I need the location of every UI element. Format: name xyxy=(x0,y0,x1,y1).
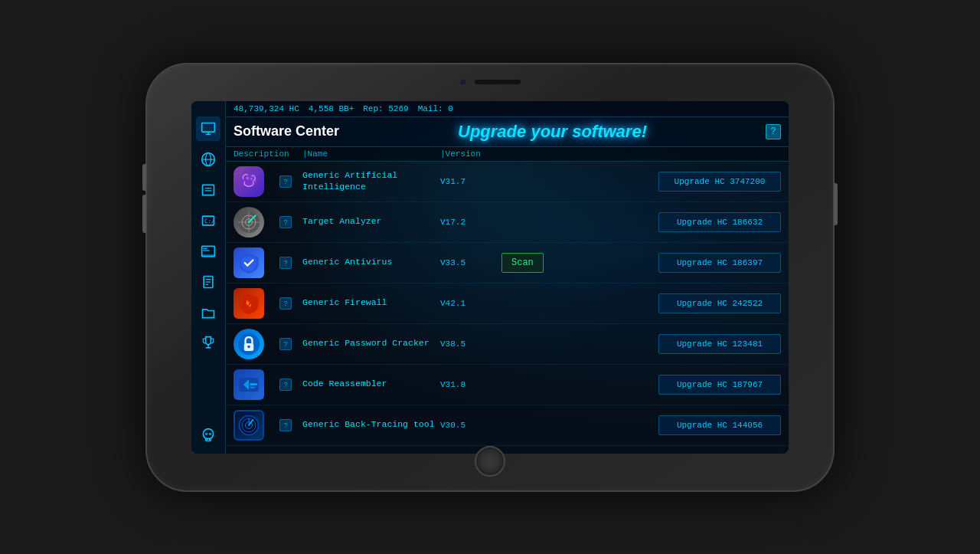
taskbar-icon xyxy=(201,244,216,259)
table-row: ? Generic Password Cracker V38.5 Upgrade… xyxy=(226,324,789,365)
folder-icon xyxy=(201,305,216,320)
table-row: ? Generic Back-Tracing tool V30.5 Upgrad… xyxy=(226,405,789,446)
software-icon-target xyxy=(234,207,264,238)
upgrade-button-antivirus[interactable]: Upgrade HC 186397 xyxy=(658,253,781,273)
info-button-target[interactable]: ? xyxy=(279,216,292,228)
svg-point-28 xyxy=(246,176,249,179)
hc-balance: 48,739,324 HC xyxy=(234,104,299,113)
software-icon-trace xyxy=(234,410,264,441)
sidebar-item-taskbar[interactable] xyxy=(196,239,220,264)
main-content: 48,739,324 HC 4,558 BB+ Rep: 5269 Mail: … xyxy=(226,101,789,454)
svg-rect-13 xyxy=(203,247,207,248)
software-version-antivirus: V33.5 xyxy=(440,258,501,267)
software-icon-antivirus xyxy=(234,247,264,278)
sidebar-item-skull[interactable] xyxy=(196,423,220,447)
terminal-icon: C:/ xyxy=(201,213,216,228)
volume-up-button[interactable] xyxy=(142,164,146,191)
sidebar-item-notes[interactable] xyxy=(196,270,220,294)
software-name-target: Target Analyzer xyxy=(302,216,440,228)
power-button[interactable] xyxy=(834,183,838,225)
info-button-reassembler[interactable]: ? xyxy=(279,379,292,391)
svg-point-26 xyxy=(209,432,211,434)
software-list: ? Generic Artificial Intelligence V31.7 … xyxy=(226,162,789,454)
svg-point-37 xyxy=(247,345,250,348)
info-button-trace[interactable]: ? xyxy=(279,419,292,431)
software-version-reassembler: V31.8 xyxy=(440,380,501,389)
software-name-firewall: Generic Firewall xyxy=(302,297,440,309)
table-row: ? Generic Antivirus V33.5 Scan Upgrade H… xyxy=(226,243,789,284)
notes-icon xyxy=(201,274,216,290)
upgrade-button-target[interactable]: Upgrade HC 186632 xyxy=(658,212,781,232)
sidebar-item-monitor[interactable] xyxy=(196,116,220,141)
svg-point-21 xyxy=(203,428,213,438)
speaker-slot xyxy=(475,80,521,84)
svg-point-25 xyxy=(205,432,207,434)
software-icon-firewall xyxy=(234,288,264,319)
col-description: Description xyxy=(234,149,279,159)
upgrade-button-password[interactable]: Upgrade HC 123481 xyxy=(658,334,781,354)
software-name-ai: Generic Artificial Intelligence xyxy=(302,170,440,193)
info-button-firewall[interactable]: ? xyxy=(279,297,292,310)
upgrade-banner: Upgrade your software! xyxy=(458,122,647,142)
scan-button[interactable]: Scan xyxy=(501,253,544,273)
svg-rect-6 xyxy=(203,185,214,195)
software-version-ai: V31.7 xyxy=(440,177,501,186)
upgrade-button-trace[interactable]: Upgrade HC 144056 xyxy=(658,415,781,435)
info-button-ai[interactable]: ? xyxy=(279,175,292,188)
software-name-reassembler: Code Reassembler xyxy=(302,379,440,390)
sidebar: C:/ xyxy=(191,101,226,454)
svg-rect-0 xyxy=(202,123,215,132)
software-version-password: V38.5 xyxy=(440,339,501,349)
upgrade-button-ai[interactable]: Upgrade HC 3747200 xyxy=(658,172,781,192)
software-version-firewall: V42.1 xyxy=(440,299,501,308)
software-icon-password xyxy=(234,329,264,359)
svg-rect-12 xyxy=(202,254,215,257)
info-button-password[interactable]: ? xyxy=(279,338,292,350)
phone-frame: C:/ xyxy=(145,63,835,492)
svg-text:C:/: C:/ xyxy=(204,218,215,225)
svg-rect-14 xyxy=(203,250,209,251)
table-row: ? Code Reassembler V31.8 Upgrade HC 1879… xyxy=(226,365,789,405)
upgrade-button-firewall[interactable]: Upgrade HC 242522 xyxy=(658,293,781,313)
sidebar-item-trophy[interactable] xyxy=(196,331,220,356)
column-headers: Description |Name |Version xyxy=(226,147,789,162)
sidebar-item-terminal[interactable]: C:/ xyxy=(196,208,220,233)
software-icon-ai xyxy=(234,166,264,197)
volume-down-button[interactable] xyxy=(142,198,146,225)
rep-value: Rep: 5269 xyxy=(363,104,408,113)
table-row: ? Target Analyzer V17.2 Upgrade HC 18663… xyxy=(226,202,789,243)
status-bar: 48,739,324 HC 4,558 BB+ Rep: 5269 Mail: … xyxy=(226,101,789,117)
front-camera xyxy=(459,78,467,86)
svg-rect-40 xyxy=(250,383,257,385)
software-name-trace: Generic Back-Tracing tool xyxy=(302,419,440,431)
software-version-target: V17.2 xyxy=(440,218,501,227)
upgrade-button-reassembler[interactable]: Upgrade HC 187967 xyxy=(658,375,781,395)
sidebar-item-list[interactable] xyxy=(196,178,220,202)
mail-count: Mail: 0 xyxy=(418,104,453,113)
table-row: ? Generic Firewall V42.1 Upgrade HC 2425… xyxy=(226,284,789,324)
sidebar-item-folder[interactable] xyxy=(196,300,220,325)
table-row: ? Generic Artificial Intelligence V31.7 … xyxy=(226,162,789,202)
globe-icon xyxy=(201,152,216,167)
col-name: |Name xyxy=(302,149,440,159)
col-spacer xyxy=(279,149,302,159)
svg-point-29 xyxy=(250,178,253,180)
svg-rect-22 xyxy=(206,438,211,441)
phone-top-bar xyxy=(459,78,521,86)
help-button[interactable]: ? xyxy=(766,124,781,139)
phone-screen: C:/ xyxy=(191,101,789,454)
info-button-antivirus[interactable]: ? xyxy=(279,257,292,269)
scan-area-antivirus: Scan xyxy=(501,253,658,273)
app-title: Software Center xyxy=(234,123,339,139)
bb-balance: 4,558 BB+ xyxy=(309,104,354,113)
monitor-icon xyxy=(201,121,216,136)
col-version: |Version xyxy=(440,149,501,159)
app-header: Software Center Upgrade your software! ? xyxy=(226,117,789,147)
svg-rect-41 xyxy=(250,386,255,388)
software-icon-reassembler xyxy=(234,369,264,400)
software-version-trace: V30.5 xyxy=(440,421,501,430)
software-name-antivirus: Generic Antivirus xyxy=(302,257,440,268)
trophy-icon xyxy=(201,336,216,351)
list-icon xyxy=(201,182,216,198)
sidebar-item-globe[interactable] xyxy=(196,147,220,172)
